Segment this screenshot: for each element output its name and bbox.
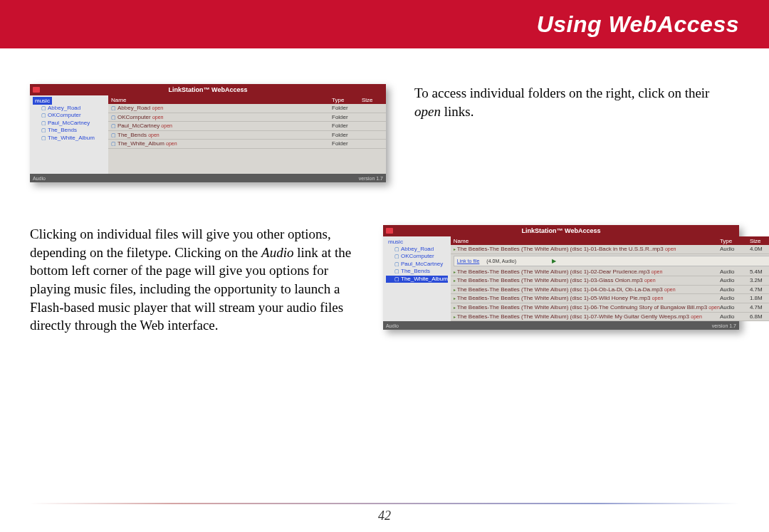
shot1-col-header: Name Type Size xyxy=(108,95,386,104)
shot1-title: LinkStation™ WebAccess xyxy=(169,86,248,93)
tree-root[interactable]: music xyxy=(386,238,405,246)
tree-item[interactable]: Paul_McCartney xyxy=(386,261,448,268)
shot2-body: music Abbey_RoadOKComputerPaul_McCartney… xyxy=(383,236,739,321)
footer-version: version 1.7 xyxy=(359,176,383,181)
shot1-body: music Abbey_RoadOKComputerPaul_McCartney… xyxy=(30,95,386,174)
list-item[interactable]: The Beatles-The Beatles (The White Album… xyxy=(451,245,769,254)
list-item[interactable]: OKComputer openFolder xyxy=(108,113,386,122)
folder-icon xyxy=(111,105,117,111)
list-item[interactable]: The_Bends openFolder xyxy=(108,131,386,140)
folder-icon xyxy=(394,246,401,252)
file-type: Folder xyxy=(332,122,362,130)
file-detail-panel: Link to file(4.0M, Audio) xyxy=(454,256,769,266)
folder-icon xyxy=(111,132,117,138)
open-link[interactable]: open xyxy=(644,278,656,283)
link-to-file[interactable]: Link to file xyxy=(457,259,480,264)
page-number: 42 xyxy=(0,508,769,523)
open-link[interactable]: open xyxy=(152,115,164,120)
para1-after: links. xyxy=(441,104,474,119)
folder-icon xyxy=(394,253,401,259)
open-link[interactable]: open xyxy=(652,269,663,274)
tree-item[interactable]: OKComputer xyxy=(33,112,105,119)
tree-item[interactable]: The_White_Album xyxy=(33,135,105,142)
shot2-col-header: Name Type Size xyxy=(451,236,769,245)
shot2-titlebar: LinkStation™ WebAccess xyxy=(383,225,739,236)
play-icon[interactable] xyxy=(523,258,556,264)
open-link[interactable]: open xyxy=(691,314,702,319)
list-item[interactable]: The Beatles-The Beatles (The White Album… xyxy=(451,286,769,295)
para1-before: To access individual folders on the righ… xyxy=(414,85,709,100)
list-item[interactable]: The Beatles-The Beatles (The White Album… xyxy=(451,303,769,313)
file-size: 5.4M xyxy=(750,268,769,276)
col-name: Name xyxy=(451,238,720,244)
file-type: Folder xyxy=(332,140,362,147)
file-type: Audio xyxy=(720,246,750,253)
folder-icon xyxy=(41,120,48,126)
tree-item[interactable]: The_White_Album xyxy=(386,276,448,283)
col-type: Type xyxy=(332,97,362,103)
file-size: 1.8M xyxy=(750,295,769,302)
folder-icon xyxy=(41,105,48,111)
open-link[interactable]: open xyxy=(161,123,172,128)
open-link[interactable]: open xyxy=(708,305,720,310)
list-item[interactable]: The Beatles-The Beatles (The White Album… xyxy=(451,294,769,303)
folder-icon xyxy=(41,127,48,133)
shot1-tree: music Abbey_RoadOKComputerPaul_McCartney… xyxy=(30,95,108,174)
open-link[interactable]: open xyxy=(166,141,177,146)
list-item[interactable]: The_White_Album openFolder xyxy=(108,140,386,149)
col-size: Size xyxy=(362,97,386,103)
folder-icon xyxy=(394,261,401,267)
file-type: Folder xyxy=(332,132,362,139)
folder-icon xyxy=(394,268,401,274)
folder-icon xyxy=(111,140,117,147)
tree-item[interactable]: Abbey_Road xyxy=(386,246,448,253)
file-type: Audio xyxy=(720,313,750,320)
audio-file-icon xyxy=(454,277,457,283)
detail-size: (4.0M, Audio) xyxy=(486,259,516,264)
audio-file-icon xyxy=(454,246,457,252)
list-item[interactable]: Abbey_Road openFolder xyxy=(108,104,386,113)
screenshot-2: LinkStation™ WebAccess music Abbey_RoadO… xyxy=(383,225,739,330)
file-type: Folder xyxy=(332,105,362,112)
row-1: LinkStation™ WebAccess music Abbey_RoadO… xyxy=(30,84,739,182)
open-link[interactable]: open xyxy=(652,296,664,301)
tree-item[interactable]: OKComputer xyxy=(386,253,448,260)
tree-item[interactable]: Paul_McCartney xyxy=(33,120,105,127)
col-name: Name xyxy=(108,97,332,103)
col-size: Size xyxy=(750,238,769,244)
file-type: Audio xyxy=(720,286,750,293)
footer-audio-link[interactable]: Audio xyxy=(386,323,399,328)
list-item[interactable]: Paul_McCartney openFolder xyxy=(108,122,386,131)
list-item[interactable]: The Beatles-The Beatles (The White Album… xyxy=(451,313,769,322)
window-icon xyxy=(33,87,40,93)
audio-file-icon xyxy=(454,313,457,320)
footer-audio-link[interactable]: Audio xyxy=(33,176,46,181)
open-link[interactable]: open xyxy=(148,132,159,137)
page-footer: 42 xyxy=(0,503,769,523)
folder-icon xyxy=(394,276,401,282)
col-type: Type xyxy=(720,238,750,244)
folder-icon xyxy=(41,135,48,141)
tree-item[interactable]: The_Bends xyxy=(386,268,448,275)
list-item[interactable]: The Beatles-The Beatles (The White Album… xyxy=(451,276,769,286)
tree-root[interactable]: music xyxy=(33,97,52,105)
open-link[interactable]: open xyxy=(665,246,676,251)
shot1-titlebar: LinkStation™ WebAccess xyxy=(30,84,386,95)
file-type: Audio xyxy=(720,295,750,302)
audio-file-icon xyxy=(454,304,457,311)
shot1-footer: Audio version 1.7 xyxy=(30,174,386,182)
folder-icon xyxy=(41,112,48,118)
folder-icon xyxy=(111,114,117,120)
list-item[interactable]: The Beatles-The Beatles (The White Album… xyxy=(451,268,769,277)
open-link[interactable]: open xyxy=(152,105,163,110)
paragraph-2: Clicking on individual files will give y… xyxy=(30,225,355,335)
file-type: Audio xyxy=(720,277,750,284)
tree-item[interactable]: Abbey_Road xyxy=(33,105,105,112)
file-type: Folder xyxy=(332,114,362,121)
paragraph-1: To access individual folders on the righ… xyxy=(414,84,739,120)
open-link[interactable]: open xyxy=(664,287,676,292)
para1-em: open xyxy=(414,104,441,119)
screenshot-1: LinkStation™ WebAccess music Abbey_RoadO… xyxy=(30,84,386,182)
file-size: 3.2M xyxy=(750,277,769,284)
tree-item[interactable]: The_Bends xyxy=(33,127,105,134)
